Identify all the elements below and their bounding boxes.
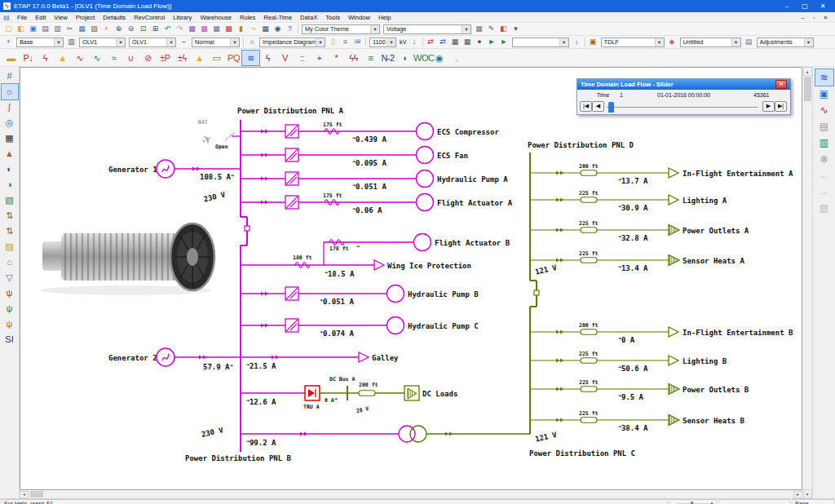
- edit-pencil-icon[interactable]: ✎: [485, 24, 497, 34]
- display-options-icon[interactable]: ▣: [815, 86, 833, 102]
- alert-view-icon[interactable]: ∿: [815, 102, 833, 118]
- vertical-scrollbar[interactable]: ▲ ▼: [802, 67, 812, 498]
- menu-help[interactable]: Help: [374, 14, 395, 21]
- branch-flight-actuator-a[interactable]: 175 ft Flight Actuator A →0.06 A: [241, 192, 513, 214]
- help-icon[interactable]: ?: [284, 24, 296, 34]
- adjustments-combo[interactable]: Adjustments▼: [757, 38, 814, 47]
- grid-display-icon[interactable]: ▦: [473, 24, 485, 34]
- mdi-minimize-button[interactable]: –: [797, 14, 808, 21]
- new-icon[interactable]: ▢: [2, 24, 15, 34]
- config-icon[interactable]: +: [2, 37, 15, 47]
- view-combo[interactable]: OLV1▼: [129, 38, 176, 47]
- branch-sensor-heats-a[interactable]: 225 ft Sensor Heats A →13.4 A: [530, 250, 744, 272]
- more-dropdown-icon[interactable]: ▾: [510, 24, 522, 34]
- scroll-up-icon[interactable]: ▲: [803, 67, 812, 76]
- menu-project[interactable]: Project: [72, 14, 99, 21]
- compare-icon[interactable]: ▧: [815, 200, 833, 216]
- map-layers-icon[interactable]: ▧: [2, 192, 18, 208]
- menu-warehouse[interactable]: Warehouse: [196, 14, 236, 21]
- time-domain-load-flow-icon[interactable]: ≋: [242, 51, 259, 65]
- chevron-down-icon[interactable]: ▼: [731, 38, 740, 46]
- blank-down-icon[interactable]: ↓: [571, 37, 583, 47]
- menu-realtime[interactable]: Real-Time: [259, 14, 296, 21]
- chevron-down-icon[interactable]: ▼: [166, 38, 175, 46]
- find-icon[interactable]: ◉: [272, 24, 284, 34]
- branch-sensor-heats-b[interactable]: 225 ft Sensor Heats B →38.4 A: [530, 410, 744, 432]
- prev-step-button[interactable]: ◀: [592, 101, 604, 112]
- blank-combo[interactable]: ▼: [512, 38, 569, 47]
- tdlf-slider-window[interactable]: Time Domain Load Flow - Slider ✕ Time 1 …: [577, 78, 791, 115]
- tree-a-icon[interactable]: ▦: [449, 37, 462, 47]
- unbalanced-lf-icon[interactable]: ⊘: [139, 51, 157, 65]
- plot-icon[interactable]: ▥: [815, 135, 833, 151]
- color-palette-icon[interactable]: ◧: [497, 24, 510, 34]
- scroll-right-icon[interactable]: ►: [793, 491, 802, 498]
- si-units-icon[interactable]: SI: [2, 332, 18, 347]
- curves-icon[interactable]: ∫: [2, 99, 18, 115]
- maximize-button[interactable]: ▢: [796, 1, 814, 11]
- display-option-combo[interactable]: Voltage▼: [383, 24, 471, 34]
- slider-window-titlebar[interactable]: Time Domain Load Flow - Slider ✕: [577, 79, 790, 90]
- chevron-down-icon[interactable]: ▼: [462, 25, 471, 33]
- menu-rules[interactable]: Rules: [236, 14, 259, 21]
- vscroll-thumb[interactable]: [804, 77, 811, 101]
- mode-combo[interactable]: Normal▼: [192, 38, 240, 47]
- battery-sizing-icon[interactable]: ▭: [208, 51, 225, 65]
- mdi-close-button[interactable]: ✕: [820, 14, 831, 21]
- zoom-in-icon[interactable]: +: [710, 500, 714, 504]
- recycle-bin-icon[interactable]: ▽: [2, 270, 18, 285]
- key-icon[interactable]: ¬: [247, 24, 259, 34]
- hscroll-thumb[interactable]: [30, 491, 43, 497]
- presentation-combo[interactable]: OLV1▼: [79, 38, 126, 47]
- revision-icon[interactable]: ◈: [666, 37, 678, 47]
- operator-icon[interactable]: ●: [474, 37, 486, 47]
- branch-lighting-a[interactable]: 225 ft Lighting A →30.9 A: [530, 190, 727, 212]
- branch-wing-ice-protection[interactable]: 180 ft Wing Ice Protection →18.5 A: [241, 254, 471, 278]
- substation-icon[interactable]: ⌂: [2, 254, 18, 270]
- oneline-grid2-icon[interactable]: ▩: [198, 24, 210, 34]
- switching-seq-icon[interactable]: ϟϟ: [345, 51, 362, 65]
- menu-view[interactable]: View: [50, 14, 71, 21]
- pan-icon[interactable]: +: [100, 24, 113, 34]
- one-line-diagram-canvas[interactable]: Power Distribution PNL A RAT ✈ O: [20, 67, 802, 490]
- hand-a-icon[interactable]: ►: [486, 37, 498, 47]
- chevron-down-icon[interactable]: ▼: [387, 38, 395, 46]
- calculator-icon[interactable]: ▦: [259, 24, 272, 34]
- menu-defaults[interactable]: Defaults: [99, 14, 130, 21]
- voltage-stability-icon[interactable]: V: [276, 51, 294, 65]
- report-manager-icon[interactable]: ▤: [815, 118, 833, 135]
- print-icon[interactable]: ▤: [39, 24, 51, 34]
- bird-icon[interactable]: ▲: [2, 146, 18, 161]
- tdlf-pq-icon[interactable]: PQ: [225, 51, 242, 65]
- paste-icon[interactable]: ▧: [88, 24, 100, 34]
- web-globe-icon[interactable]: ◉: [431, 51, 448, 65]
- transfer-icon[interactable]: +: [311, 51, 328, 65]
- branch-power-outlets-b[interactable]: 225 ft Power Outlets B →9.5 A: [530, 379, 749, 401]
- cut-icon[interactable]: ✂: [64, 24, 76, 34]
- generator-2[interactable]: Generator 2 57.9 A→: [108, 348, 241, 371]
- motor-acceleration-icon[interactable]: ∿: [71, 51, 88, 65]
- message-icon[interactable]: ✉: [351, 37, 364, 47]
- branch-ecs-fan[interactable]: ECS Fan →0.095 A: [241, 147, 468, 168]
- menu-file[interactable]: File: [13, 14, 31, 21]
- theme-combo[interactable]: My Color Theme▼: [302, 24, 380, 34]
- sc-study-icon[interactable]: ±ϟ: [174, 51, 191, 65]
- reliability-icon[interactable]: *: [328, 51, 345, 65]
- zoom-in-icon[interactable]: ⊕: [113, 24, 125, 34]
- chevron-down-icon[interactable]: ▼: [116, 38, 125, 46]
- branch-dc-system[interactable]: →12.6 A TRU A 0 A→ DC Bus A 200 ft: [241, 376, 457, 414]
- zoom-out-icon[interactable]: -: [673, 500, 674, 504]
- panel-grid-icon[interactable]: ▦: [2, 130, 18, 146]
- chevron-down-icon[interactable]: ▼: [316, 38, 325, 46]
- last-step-button[interactable]: ▶|: [775, 101, 787, 112]
- load-flow-icon[interactable]: P↓: [20, 51, 37, 65]
- menu-library[interactable]: Library: [169, 14, 196, 21]
- network-red-icon[interactable]: ψ: [2, 285, 18, 301]
- mode-icon[interactable]: −: [178, 37, 190, 47]
- chevron-down-icon[interactable]: ▼: [230, 38, 239, 46]
- undo-icon[interactable]: ↶: [161, 24, 174, 34]
- short-circuit-icon[interactable]: ϟ: [37, 51, 54, 65]
- arc-flash-icon[interactable]: ▲: [54, 51, 71, 65]
- branch-galley[interactable]: Galley →21.5 A: [241, 352, 399, 370]
- kv-down-icon[interactable]: ↓: [409, 37, 421, 47]
